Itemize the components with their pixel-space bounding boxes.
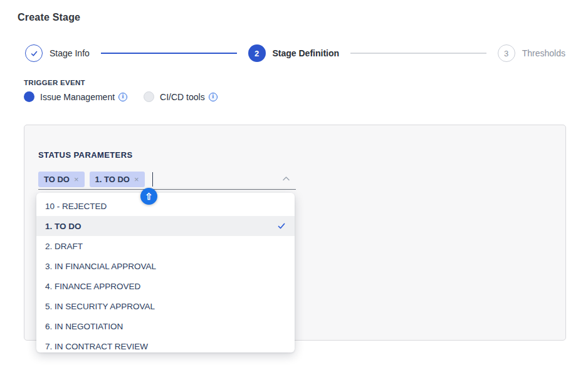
dropdown-item-label: 1. TO DO [45, 222, 277, 231]
status-dropdown-menu: 10 - REJECTED 1. TO DO 2. DRAFT 3. IN FI… [36, 193, 295, 352]
dropdown-item[interactable]: 4. FINANCE APPROVED [36, 276, 295, 296]
dropdown-item[interactable]: 6. IN NEGOTIATION [36, 316, 295, 336]
stepper-connector-completed [101, 53, 237, 54]
radio-label-cicd-tools: CI/CD tools [160, 92, 205, 102]
dropdown-item[interactable]: 5. IN SECURITY APPROVAL [36, 296, 295, 316]
selected-chip: 1. TO DO × [90, 172, 145, 187]
step-active-circle: 2 [248, 44, 266, 62]
status-multiselect-input[interactable]: TO DO × 1. TO DO × [38, 169, 296, 190]
radio-option-cicd-tools[interactable]: CI/CD tools i [144, 91, 218, 102]
dropdown-item[interactable]: 10 - REJECTED [36, 196, 295, 216]
step-label-stage-definition: Stage Definition [273, 48, 340, 58]
step-completed-circle [25, 44, 43, 62]
stepper: Stage Info 2 Stage Definition 3 Threshol… [25, 44, 565, 62]
create-stage-page: Create Stage Stage Info 2 Stage Definiti… [0, 0, 588, 370]
dropdown-item[interactable]: 3. IN FINANCIAL APPROVAL [36, 256, 295, 276]
trigger-event-options: Issue Management i CI/CD tools i [24, 91, 218, 102]
dropdown-item-label: 2. DRAFT [45, 242, 286, 251]
chip-label: 1. TO DO [95, 175, 130, 184]
radio-selected-icon [24, 91, 34, 102]
step-label-stage-info: Stage Info [50, 48, 90, 58]
status-parameters-label: STATUS PARAMETERS [38, 150, 133, 160]
trigger-event-label: TRIGGER EVENT [24, 79, 85, 86]
text-caret [152, 172, 154, 187]
arrow-up-badge-icon[interactable]: ⇧ [140, 188, 157, 205]
dropdown-item-label: 4. FINANCE APPROVED [45, 282, 286, 291]
radio-unselected-icon [144, 91, 154, 102]
info-icon[interactable]: i [118, 93, 127, 101]
stepper-step-stage-definition[interactable]: 2 Stage Definition [248, 44, 340, 62]
dropdown-item-label: 3. IN FINANCIAL APPROVAL [45, 262, 286, 271]
page-title: Create Stage [18, 12, 80, 23]
dropdown-item[interactable]: 7. IN CONTRACT REVIEW [36, 336, 295, 352]
dropdown-item-label: 6. IN NEGOTIATION [45, 322, 286, 331]
dropdown-item-label: 7. IN CONTRACT REVIEW [45, 342, 286, 351]
chip-remove-icon[interactable]: × [74, 175, 79, 183]
dropdown-item[interactable]: 2. DRAFT [36, 236, 295, 256]
info-icon[interactable]: i [209, 93, 218, 101]
step-upcoming-circle: 3 [498, 44, 515, 62]
stepper-step-thresholds[interactable]: 3 Thresholds [498, 44, 565, 62]
stepper-connector-upcoming [350, 53, 486, 54]
radio-label-issue-management: Issue Management [40, 92, 115, 102]
dropdown-item-label: 5. IN SECURITY APPROVAL [45, 302, 286, 311]
chevron-up-icon[interactable] [281, 174, 291, 183]
check-icon [277, 222, 286, 230]
selected-chip: TO DO × [38, 172, 85, 187]
check-icon [30, 49, 38, 58]
step-label-thresholds: Thresholds [522, 48, 565, 58]
dropdown-item-selected[interactable]: 1. TO DO [36, 216, 295, 236]
chip-label: TO DO [44, 175, 70, 184]
chip-remove-icon[interactable]: × [134, 175, 139, 183]
stepper-step-stage-info[interactable]: Stage Info [25, 44, 90, 62]
radio-option-issue-management[interactable]: Issue Management i [24, 91, 127, 102]
dropdown-item-label: 10 - REJECTED [45, 202, 286, 211]
